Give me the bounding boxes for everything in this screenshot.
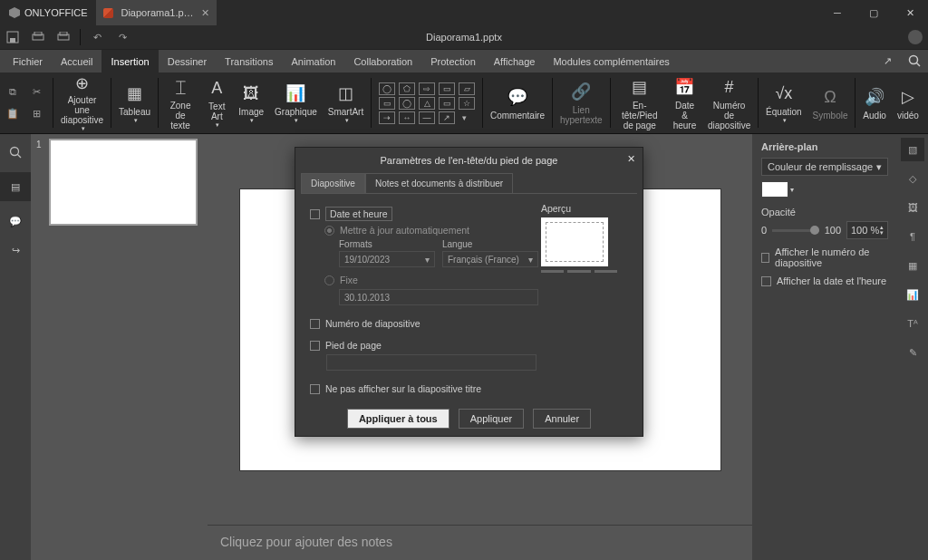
footer-checkbox[interactable]: Pied de page <box>310 340 538 351</box>
tab-notes-handouts[interactable]: Notes et documents à distribuer <box>365 173 513 193</box>
apply-all-button[interactable]: Appliquer à tous <box>347 409 450 429</box>
date-time-checkbox[interactable]: Date et heure <box>310 207 538 221</box>
header-footer-dialog: Paramètres de l'en-tête/du pied de page … <box>295 147 643 437</box>
fixed-date-input[interactable]: 30.10.2013 <box>339 289 538 305</box>
dialog-title: Paramètres de l'en-tête/du pied de page … <box>295 148 643 173</box>
auto-update-radio[interactable]: Mettre à jour automatiquement <box>324 225 538 236</box>
language-combo[interactable]: Français (France)▾ <box>442 251 538 267</box>
apply-button[interactable]: Appliquer <box>459 409 524 429</box>
tab-slide[interactable]: Diapositive <box>301 173 365 193</box>
preview-thumbnail <box>541 217 608 266</box>
date-format-combo[interactable]: 19/10/2023▾ <box>339 251 435 267</box>
footer-text-input[interactable] <box>326 354 536 371</box>
formats-label: Formats <box>339 239 435 249</box>
slide-number-checkbox[interactable]: Numéro de diapositive <box>310 318 538 329</box>
preview-label: Aperçu <box>541 203 571 214</box>
dont-show-title-checkbox[interactable]: Ne pas afficher sur la diapositive titre <box>310 383 538 394</box>
close-dialog-button[interactable]: ✕ <box>627 153 635 165</box>
language-label: Langue <box>442 239 538 249</box>
cancel-button[interactable]: Annuler <box>533 409 591 429</box>
fixed-radio[interactable]: Fixe <box>324 275 538 285</box>
dialog-backdrop: Paramètres de l'en-tête/du pied de page … <box>0 0 928 560</box>
